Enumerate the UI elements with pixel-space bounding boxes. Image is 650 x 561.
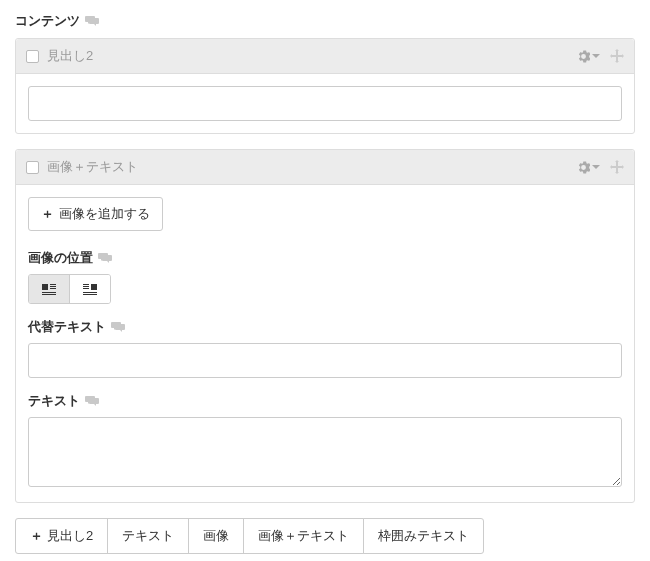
content-block-image-text: 画像＋テキスト ＋ 画像を追加する 画像の位置: [15, 149, 635, 503]
button-label: テキスト: [122, 527, 174, 545]
button-label: 見出し2: [47, 527, 93, 545]
block-header: 見出し2: [16, 39, 634, 74]
block-checkbox[interactable]: [26, 50, 39, 63]
add-text-button[interactable]: テキスト: [107, 518, 189, 554]
field-label: テキスト: [28, 392, 622, 410]
add-heading2-button[interactable]: ＋ 見出し2: [15, 518, 108, 554]
svg-rect-1: [42, 292, 56, 293]
text-label: テキスト: [28, 392, 80, 410]
block-title: 見出し2: [47, 47, 569, 65]
block-body: ＋ 画像を追加する 画像の位置 代替テキスト: [16, 185, 634, 502]
image-position-group: [28, 274, 111, 304]
svg-rect-0: [42, 284, 48, 290]
svg-rect-9: [83, 284, 89, 285]
block-header: 画像＋テキスト: [16, 150, 634, 185]
image-position-field: 画像の位置: [28, 249, 622, 304]
heading2-input[interactable]: [28, 86, 622, 121]
move-handle-icon[interactable]: [610, 160, 624, 174]
block-title: 画像＋テキスト: [47, 158, 569, 176]
svg-rect-6: [91, 284, 97, 290]
svg-rect-3: [50, 284, 56, 285]
field-label: 画像の位置: [28, 249, 622, 267]
plus-icon: ＋: [41, 205, 54, 223]
add-block-buttons: ＋ 見出し2 テキスト 画像 画像＋テキスト 枠囲みテキスト: [15, 518, 635, 554]
svg-rect-11: [83, 288, 89, 289]
add-image-block-button[interactable]: 画像: [188, 518, 244, 554]
gear-icon[interactable]: [577, 50, 600, 63]
comment-icon: [98, 252, 112, 264]
button-label: 画像: [203, 527, 229, 545]
svg-rect-2: [42, 294, 56, 295]
svg-rect-7: [83, 292, 97, 293]
comment-icon: [85, 395, 99, 407]
svg-rect-10: [83, 286, 89, 287]
align-right-button[interactable]: [70, 275, 110, 303]
svg-rect-5: [50, 288, 56, 289]
align-left-button[interactable]: [29, 275, 70, 303]
block-checkbox[interactable]: [26, 161, 39, 174]
alt-text-label: 代替テキスト: [28, 318, 106, 336]
svg-rect-8: [83, 294, 97, 295]
add-image-button[interactable]: ＋ 画像を追加する: [28, 197, 163, 231]
comment-icon: [111, 321, 125, 333]
svg-rect-4: [50, 286, 56, 287]
text-textarea[interactable]: [28, 417, 622, 487]
field-label: 代替テキスト: [28, 318, 622, 336]
add-image-text-button[interactable]: 画像＋テキスト: [243, 518, 364, 554]
plus-icon: ＋: [30, 527, 43, 545]
content-block-heading2: 見出し2: [15, 38, 635, 134]
section-title: コンテンツ: [15, 12, 635, 30]
add-image-label: 画像を追加する: [59, 205, 150, 223]
alt-text-field: 代替テキスト: [28, 318, 622, 378]
move-handle-icon[interactable]: [610, 49, 624, 63]
gear-icon[interactable]: [577, 161, 600, 174]
alt-text-input[interactable]: [28, 343, 622, 378]
section-title-label: コンテンツ: [15, 12, 80, 30]
text-field: テキスト: [28, 392, 622, 490]
add-boxed-text-button[interactable]: 枠囲みテキスト: [363, 518, 484, 554]
button-label: 画像＋テキスト: [258, 527, 349, 545]
button-label: 枠囲みテキスト: [378, 527, 469, 545]
comment-icon: [85, 15, 99, 27]
image-position-label: 画像の位置: [28, 249, 93, 267]
block-body: [16, 74, 634, 133]
